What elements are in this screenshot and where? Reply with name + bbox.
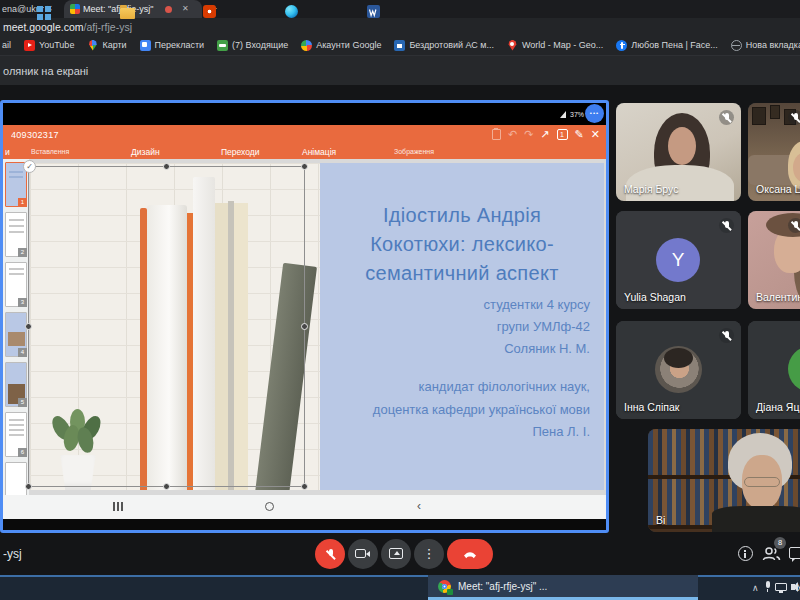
menu-item-image: Зображення xyxy=(394,148,434,155)
camera-icon xyxy=(355,549,366,558)
mic-muted-icon xyxy=(719,328,734,343)
participant-tile-maria[interactable]: Марія Брус xyxy=(616,103,741,201)
tray-chevron-icon[interactable]: ∧ xyxy=(752,583,759,593)
selection-handle xyxy=(163,483,170,490)
selection-handle xyxy=(301,323,308,330)
slide-thumbnail: 3 xyxy=(5,262,27,307)
url-host: meet.google.com xyxy=(3,21,84,33)
bookmark-world-map[interactable]: World - Map - Geo... xyxy=(507,40,603,51)
powerpoint-header: 409302317 ↶ ↷ ↗ 1 ✎ ✕ xyxy=(3,125,606,145)
taskbar-active-task[interactable]: Meet: "afj-rfje-ysj" ... xyxy=(428,575,698,600)
participant-tile-oksana[interactable]: Оксана Ци xyxy=(748,103,800,201)
avatar: Y xyxy=(656,238,700,282)
more-options-button[interactable]: ⋮ xyxy=(414,539,444,569)
file-explorer-icon[interactable] xyxy=(120,8,135,19)
participant-name: Інна Сліпак xyxy=(624,401,679,413)
slide-thumbnail: 5 xyxy=(5,362,27,407)
office-icon[interactable] xyxy=(203,5,216,18)
slide-number-button: 1 xyxy=(557,129,568,140)
participant-name: Yulia Shagan xyxy=(624,291,686,303)
tray-speaker-icon[interactable] xyxy=(791,584,795,590)
address-bar[interactable]: meet.google.com/afj-rfje-ysj xyxy=(3,21,132,33)
start-button[interactable] xyxy=(37,6,43,12)
participant-count-badge: 8 xyxy=(774,537,786,549)
google-accounts-icon xyxy=(301,40,312,51)
chat-button[interactable] xyxy=(789,547,800,559)
bookmark-youtube[interactable]: YouTube xyxy=(24,40,74,51)
participant-tile-vi[interactable]: Ві xyxy=(648,429,800,532)
avatar xyxy=(655,346,702,393)
paste-icon xyxy=(492,129,501,140)
slide-title: Ідіостиль Андрія Кокотюхи: лексико- сема… xyxy=(326,201,598,288)
selection-handle xyxy=(163,163,170,170)
meet-favicon xyxy=(70,4,80,14)
mic-muted-icon xyxy=(719,218,734,233)
tray-mic-icon[interactable] xyxy=(764,581,771,593)
tab-close-icon[interactable]: ✕ xyxy=(182,5,189,13)
people-icon xyxy=(762,547,781,561)
browser-toolbar: meet.google.com/afj-rfje-ysj xyxy=(0,18,800,35)
tray-display-icon[interactable] xyxy=(775,583,787,591)
bookmark-inbox[interactable]: (7) Входящие xyxy=(217,40,288,51)
end-call-button[interactable] xyxy=(447,539,493,569)
android-nav-bar: ‹ xyxy=(3,495,606,519)
bookmark-wireless[interactable]: Бездротовий АС м... xyxy=(394,40,494,51)
media-recording-dot-icon xyxy=(165,6,172,13)
presenting-banner: оляник на екрані xyxy=(0,55,800,85)
selection-handle xyxy=(25,323,32,330)
facebook-icon xyxy=(616,40,627,51)
slide-subtitle: студентки 4 курсу групи УМЛф-42 Соляник … xyxy=(484,294,590,360)
info-button[interactable] xyxy=(738,546,753,561)
battery-percent: 37% xyxy=(570,111,584,118)
participant-tile-diana[interactable]: Діана Яцин xyxy=(748,321,800,419)
slide-text-panel: Ідіостиль Андрія Кокотюхи: лексико- сема… xyxy=(320,163,604,490)
bookmark-translate[interactable]: Перекласти xyxy=(140,40,204,51)
close-icon: ✕ xyxy=(591,128,600,141)
url-path: /afj-rfje-ysj xyxy=(84,21,132,33)
selection-handle xyxy=(301,163,308,170)
phone-status-bar: 37% xyxy=(3,103,606,125)
youtube-icon xyxy=(24,40,35,51)
bookmark-facebook[interactable]: Любов Пена | Face... xyxy=(616,40,717,51)
bookmark-maps[interactable]: Карти xyxy=(87,40,126,51)
site-icon xyxy=(394,40,405,51)
home-icon xyxy=(265,502,274,511)
tray-language-indicator[interactable]: У xyxy=(796,582,800,593)
maps-pin-icon xyxy=(87,40,98,51)
recents-icon xyxy=(113,502,123,511)
present-screen-icon xyxy=(389,548,403,559)
bookmark-gmail[interactable]: ail xyxy=(2,40,11,50)
participant-name: Валентина xyxy=(756,291,800,303)
participant-tile-yulia[interactable]: Y Yulia Shagan xyxy=(616,211,741,309)
bookmark-new-tab[interactable]: Нова вкладка xyxy=(731,40,800,51)
mic-button-muted[interactable] xyxy=(315,539,345,569)
translate-icon xyxy=(140,40,151,51)
mic-muted-icon xyxy=(788,110,800,125)
camera-button[interactable] xyxy=(348,539,378,569)
edit-icon: ✎ xyxy=(575,128,584,141)
slide-thumbnail: 4 xyxy=(5,312,27,357)
menu-item-insert: Вставлення xyxy=(31,148,69,155)
mic-muted-icon xyxy=(719,110,734,125)
presenting-banner-text: оляник на екрані xyxy=(3,65,88,77)
select-check-icon: ✓ xyxy=(23,160,36,173)
participant-tile-inna[interactable]: Інна Сліпак xyxy=(616,321,741,419)
menu-item-transitions: Переходи xyxy=(221,147,260,157)
people-button[interactable] xyxy=(762,547,781,565)
chrome-meet-icon xyxy=(438,580,451,593)
redo-icon: ↷ xyxy=(524,128,533,141)
participant-tile-valentyna[interactable]: Валентина xyxy=(748,211,800,309)
menu-item-cut: и xyxy=(5,147,10,157)
present-button[interactable] xyxy=(381,539,411,569)
globe-icon xyxy=(731,40,742,51)
undo-icon: ↶ xyxy=(508,128,517,141)
document-title: 409302317 xyxy=(11,130,59,140)
screen: ena@ukr.net ✕ Meet: "afj-rfje-ysj" ✕ + m… xyxy=(0,0,800,600)
bookmark-google-accounts[interactable]: Акаунти Google xyxy=(301,40,381,51)
powerpoint-menu: и Вставлення Дизайн Переходи Анімація Зо… xyxy=(3,145,606,159)
word-icon[interactable] xyxy=(367,5,380,18)
share-icon: ↗ xyxy=(540,128,549,141)
tab-ukrnet[interactable]: ena@ukr.net ✕ xyxy=(0,0,58,18)
edge-icon[interactable] xyxy=(285,5,298,18)
tab-close-icon[interactable]: ✕ xyxy=(46,5,53,13)
